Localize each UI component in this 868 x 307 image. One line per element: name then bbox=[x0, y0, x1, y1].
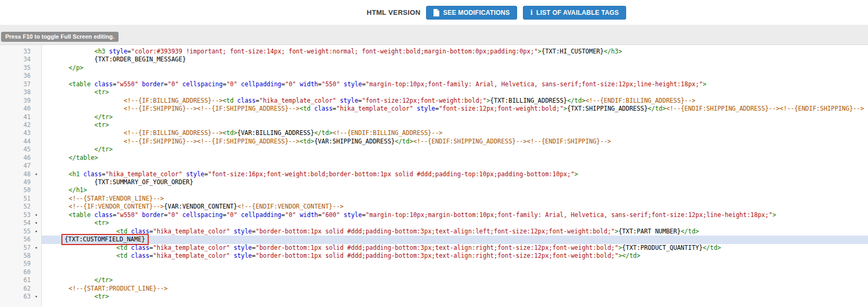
code-line-57[interactable]: 57▾ <td class="hika_template_color" styl… bbox=[0, 244, 868, 252]
code-line-39[interactable]: 39 <!--{IF:BILLING_ADDRESS}--><td class=… bbox=[0, 97, 868, 105]
line-number: 33 bbox=[0, 48, 42, 56]
fold-spacer bbox=[31, 178, 42, 186]
fold-spacer bbox=[31, 285, 42, 293]
line-number: 57▾ bbox=[0, 244, 42, 252]
code-line-36[interactable]: 36 bbox=[0, 72, 868, 80]
code-line-50[interactable]: 50 </h1> bbox=[0, 186, 868, 194]
code-text: <tr> bbox=[42, 88, 868, 96]
fold-spacer bbox=[31, 268, 42, 276]
code-text: {TXT:ORDER_BEGIN_MESSAGE} bbox=[42, 56, 868, 64]
fold-spacer bbox=[31, 276, 42, 284]
code-text: <td class="hika_template_color" style="b… bbox=[42, 252, 868, 260]
code-text bbox=[42, 162, 868, 170]
code-line-54[interactable]: 54▾ <tr> bbox=[0, 219, 868, 227]
code-text: <!--{IF:BILLING_ADDRESS}--><td class="hi… bbox=[42, 97, 868, 105]
fold-arrow-icon[interactable]: ▾ bbox=[31, 170, 42, 178]
code-line-46[interactable]: 46 </table> bbox=[0, 154, 868, 162]
fold-spacer bbox=[31, 56, 42, 64]
code-line-40[interactable]: 40 <!--{IF:SHIPPING}--><!--{IF:SHIPPING_… bbox=[0, 105, 868, 113]
line-number: 34 bbox=[0, 56, 42, 64]
fold-spacer bbox=[31, 186, 42, 194]
fold-spacer bbox=[31, 88, 42, 96]
line-number: 51 bbox=[0, 195, 42, 203]
line-number: 61 bbox=[0, 276, 42, 284]
code-line-60[interactable]: 60 bbox=[0, 268, 868, 276]
line-number: 60 bbox=[0, 268, 42, 276]
code-line-35[interactable]: 35 </p> bbox=[0, 64, 868, 72]
list-available-tags-button[interactable]: i LIST OF AVAILABLE TAGS bbox=[523, 6, 626, 20]
line-number: 52 bbox=[0, 203, 42, 211]
fold-spacer bbox=[31, 121, 42, 129]
line-number: 41 bbox=[0, 113, 42, 121]
fold-spacer bbox=[31, 80, 42, 88]
fold-arrow-icon[interactable]: ▾ bbox=[31, 219, 42, 227]
code-line-62[interactable]: 62 <!--{START:PRODUCT_LINE}--> bbox=[0, 285, 868, 293]
fold-spacer bbox=[31, 195, 42, 203]
code-line-45[interactable]: 45 </tr> bbox=[0, 146, 868, 154]
code-text: <h1 class="hika_template_color" style="f… bbox=[42, 170, 868, 178]
line-number: 42 bbox=[0, 121, 42, 129]
code-text: </h1> bbox=[42, 186, 868, 194]
code-line-34[interactable]: 34 {TXT:ORDER_BEGIN_MESSAGE} bbox=[0, 56, 868, 64]
code-text: <!--{IF:SHIPPING}--><!--{IF:SHIPPING_ADD… bbox=[42, 138, 868, 146]
code-line-41[interactable]: 41 </tr> bbox=[0, 113, 868, 121]
code-text: <!--{START:VENDOR_LINE}--> bbox=[42, 195, 868, 203]
fold-spacer bbox=[31, 146, 42, 154]
line-number: 55▾ bbox=[0, 228, 42, 236]
code-line-37[interactable]: 37 <table class="w550" border="0" cellsp… bbox=[0, 80, 868, 88]
code-text: <tr> bbox=[42, 121, 868, 129]
fold-spacer bbox=[31, 252, 42, 260]
fullscreen-hint-tooltip: Press F10 to toggle Full Screen editing. bbox=[1, 32, 119, 42]
code-line-53[interactable]: 53▾ <table class="w550" border="0" cells… bbox=[0, 211, 868, 219]
line-number: 44 bbox=[0, 138, 42, 146]
line-number: 50 bbox=[0, 186, 42, 194]
line-number: 38 bbox=[0, 88, 42, 96]
code-line-52[interactable]: 52 <!--{IF:VENDOR_CONTENT}-->{VAR:VENDOR… bbox=[0, 203, 868, 211]
code-line-44[interactable]: 44 <!--{IF:SHIPPING}--><!--{IF:SHIPPING_… bbox=[0, 138, 868, 146]
code-line-43[interactable]: 43 <!--{IF:BILLING_ADDRESS}--><td>{VAR:B… bbox=[0, 129, 868, 137]
fold-arrow-icon[interactable]: ▾ bbox=[31, 244, 42, 252]
code-line-49[interactable]: 49 {TXT:SUMMARY_OF_YOUR_ORDER} bbox=[0, 178, 868, 186]
code-text: <td class="hika_template_color" style="b… bbox=[42, 228, 868, 236]
code-line-63[interactable]: 63▾ <tr> bbox=[0, 293, 868, 301]
code-text: <tr> bbox=[42, 219, 868, 227]
code-line-51[interactable]: 51 <!--{START:VENDOR_LINE}--> bbox=[0, 195, 868, 203]
code-text: <td class="hika_template_color" style="b… bbox=[42, 244, 868, 252]
code-text: <!--{START:PRODUCT_LINE}--> bbox=[42, 285, 868, 293]
code-text: <h3 style="color:#393939 !important; fon… bbox=[42, 48, 868, 56]
code-text: </tr> bbox=[42, 113, 868, 121]
fold-arrow-icon[interactable]: ▾ bbox=[31, 228, 42, 236]
code-text: </table> bbox=[42, 154, 868, 162]
code-line-58[interactable]: 58 <td class="hika_template_color" style… bbox=[0, 252, 868, 260]
see-modifications-button[interactable]: SEE MODIFICATIONS bbox=[426, 6, 517, 20]
code-text: {TXT:SUMMARY_OF_YOUR_ORDER} bbox=[42, 178, 868, 186]
line-number: 48▾ bbox=[0, 170, 42, 178]
code-line-61[interactable]: 61 </tr> bbox=[0, 276, 868, 284]
code-line-33[interactable]: 33 <h3 style="color:#393939 !important; … bbox=[0, 48, 868, 56]
fold-spacer bbox=[31, 64, 42, 72]
code-text bbox=[42, 72, 868, 80]
line-number: 39 bbox=[0, 97, 42, 105]
line-number: 47 bbox=[0, 162, 42, 170]
fold-spacer bbox=[31, 162, 42, 170]
code-text: {TXT:CUSTOMFIELD_NAME} bbox=[42, 236, 868, 243]
code-text: </tr> bbox=[42, 146, 868, 154]
toolbar: HTML VERSION SEE MODIFICATIONS i LIST OF… bbox=[0, 0, 868, 25]
code-editor[interactable]: 33 <h3 style="color:#393939 !important; … bbox=[0, 44, 868, 307]
code-line-38[interactable]: 38 <tr> bbox=[0, 88, 868, 96]
code-line-47[interactable]: 47 bbox=[0, 162, 868, 170]
line-number: 63▾ bbox=[0, 293, 42, 301]
fold-spacer bbox=[31, 154, 42, 162]
code-line-56[interactable]: 56 {TXT:CUSTOMFIELD_NAME} bbox=[0, 236, 868, 243]
code-line-48[interactable]: 48▾ <h1 class="hika_template_color" styl… bbox=[0, 170, 868, 178]
code-text: <!--{IF:BILLING_ADDRESS}--><td>{VAR:BILL… bbox=[42, 129, 868, 137]
code-line-42[interactable]: 42 <tr> bbox=[0, 121, 868, 129]
code-text: <!--{IF:SHIPPING}--><!--{IF:SHIPPING_ADD… bbox=[42, 105, 868, 113]
fold-arrow-icon[interactable]: ▾ bbox=[31, 211, 42, 219]
code-lines: 33 <h3 style="color:#393939 !important; … bbox=[0, 45, 868, 301]
fold-arrow-icon[interactable]: ▾ bbox=[31, 293, 42, 301]
code-line-59[interactable]: 59 bbox=[0, 260, 868, 268]
code-text bbox=[42, 268, 868, 276]
line-number: 58 bbox=[0, 252, 42, 260]
fold-spacer bbox=[31, 203, 42, 211]
